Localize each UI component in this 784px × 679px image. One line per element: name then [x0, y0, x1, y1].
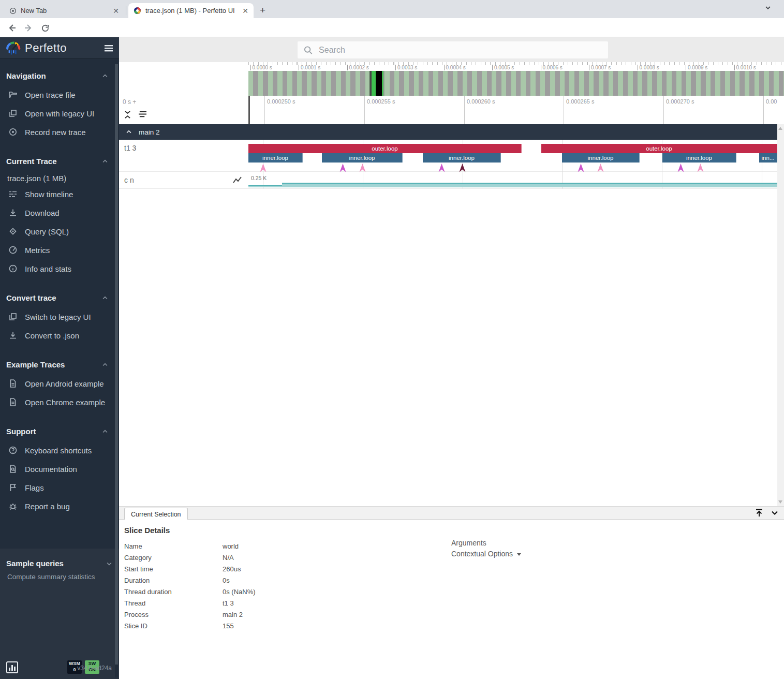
version-label: v34.0-ad24a [77, 665, 112, 672]
tab-perfetto[interactable]: trace.json (1 MB) - Perfetto UI ✕ [128, 3, 254, 18]
scroll-up-icon[interactable] [778, 127, 782, 130]
chevron-up-icon [125, 128, 132, 136]
sidebar-item-record-new-trace[interactable]: Record new trace [6, 123, 109, 141]
overview-tick-label: 0.0003 s [395, 65, 417, 70]
sidebar-item-report-a-bug[interactable]: Report a bug [6, 497, 109, 515]
sidebar-item-metrics[interactable]: Metrics [6, 241, 109, 259]
minimap-stripes[interactable] [248, 71, 784, 96]
legacy-icon [8, 312, 18, 321]
hamburger-menu-icon[interactable] [103, 43, 114, 53]
search-box[interactable] [298, 41, 608, 58]
metrics-icon [8, 245, 18, 255]
detail-key: Process [124, 611, 223, 618]
chevron-down-icon [106, 560, 113, 567]
timeline-icon [8, 189, 18, 199]
instant-event-arrow[interactable] [260, 164, 267, 172]
counter-area-segment[interactable] [248, 185, 282, 187]
section-title[interactable]: Convert trace [6, 290, 109, 307]
contextual-options-button[interactable]: Contextual Options [451, 550, 521, 558]
sample-query-item[interactable]: Compute summary statistics [6, 571, 113, 583]
minimap-viewport-marker[interactable] [372, 71, 376, 96]
instant-event-arrow[interactable] [697, 164, 704, 172]
slice-outer-loop[interactable]: outer.loop [541, 144, 777, 153]
detail-value: t1 3 [223, 599, 234, 607]
section-title[interactable]: Current Trace [6, 154, 109, 171]
sidebar-scrollbar[interactable] [115, 64, 118, 677]
sidebar-item-open-chrome-example[interactable]: Open Chrome example [6, 393, 109, 411]
sidebar-item-open-with-legacy-ui[interactable]: Open with legacy UI [6, 104, 109, 123]
slice-inner-loop[interactable]: inner.loop [662, 153, 736, 163]
section-title[interactable]: Support [6, 424, 109, 441]
new-tab-button[interactable]: + [260, 5, 265, 16]
chevron-up-icon [101, 294, 109, 302]
overview-tick-label: 0.0005 s [492, 65, 514, 70]
close-tab-icon[interactable]: ✕ [113, 7, 119, 14]
sidebar-item-documentation[interactable]: Documentation [6, 460, 109, 478]
back-button[interactable] [5, 21, 19, 35]
ruler-origin-label: 0 s + [123, 98, 136, 106]
sidebar-item-show-timeline[interactable]: Show timeline [6, 185, 109, 203]
scroll-down-icon[interactable] [778, 500, 782, 504]
instant-event-arrow[interactable] [459, 164, 466, 172]
slice-outer-loop[interactable]: outer.loop [248, 144, 522, 153]
overview-tick-label: 0.0002 s [347, 65, 369, 70]
slice-inner-loop[interactable]: inner.loop [322, 153, 403, 163]
globe-icon [9, 7, 17, 14]
section-title[interactable]: Example Traces [6, 357, 109, 374]
doc-icon [8, 397, 18, 407]
detail-value: 260us [223, 565, 241, 573]
detail-row: Duration0s [124, 574, 256, 586]
slice-inner-loop[interactable]: inner.loop [423, 153, 501, 163]
minimap-viewport-marker[interactable] [382, 71, 383, 96]
search-input[interactable] [319, 46, 602, 55]
track-sort-icon[interactable] [138, 110, 147, 118]
tab-new-tab[interactable]: New Tab ✕ [4, 3, 124, 18]
collapse-tracks-icon[interactable] [124, 110, 131, 119]
detail-row: Thread duration0s (NaN%) [124, 586, 256, 597]
sidebar-item-switch-to-legacy-ui[interactable]: Switch to legacy UI [6, 307, 109, 326]
sidebar-item-open-trace-file[interactable]: Open trace file [6, 85, 109, 104]
folder-open-icon [8, 90, 18, 99]
minimap-viewport-marker[interactable] [376, 71, 382, 96]
sidebar-item-download[interactable]: Download [6, 203, 109, 222]
detail-value: 0s (NaN%) [223, 588, 256, 596]
detail-row: Threadt1 3 [124, 597, 256, 609]
flag-icon [8, 483, 18, 492]
instant-event-arrow[interactable] [677, 164, 684, 172]
sidebar-item-flags[interactable]: Flags [6, 478, 109, 497]
instant-event-arrow[interactable] [438, 164, 445, 172]
forward-button[interactable] [22, 21, 35, 35]
instant-event-arrow[interactable] [339, 164, 346, 172]
close-tab-icon[interactable]: ✕ [242, 7, 248, 14]
instant-event-arrow[interactable] [359, 164, 366, 172]
track-canvas[interactable]: 0.25 K outer.loopouter.loopinner.loopinn… [248, 140, 777, 189]
instant-event-arrow[interactable] [578, 164, 584, 172]
sidebar-item-convert-to-json[interactable]: Convert to .json [6, 326, 109, 345]
sidebar-section: SupportKeyboard shortcutsDocumentationFl… [0, 415, 115, 519]
bug-icon [8, 501, 18, 511]
process-group-header[interactable]: main 2 [119, 124, 777, 140]
tab-search-chevron-icon[interactable] [764, 4, 772, 11]
tab-current-selection[interactable]: Current Selection [124, 508, 188, 521]
instant-event-arrow[interactable] [597, 164, 604, 172]
timeline-minimap[interactable] [119, 71, 784, 96]
info-icon [8, 264, 18, 273]
expand-panel-icon[interactable] [755, 508, 764, 518]
slice-inner-loop[interactable]: inner.loop [248, 153, 303, 163]
section-title[interactable]: Sample queries [6, 556, 113, 571]
counter-area-segment[interactable] [282, 183, 777, 187]
trace-stats-icon[interactable] [6, 660, 19, 674]
collapse-panel-chevron-icon[interactable] [770, 508, 779, 518]
reload-button[interactable] [38, 21, 52, 35]
sidebar-item-open-android-example[interactable]: Open Android example [6, 374, 109, 393]
track-scrollbar[interactable] [777, 124, 784, 506]
sidebar-item-info-and-stats[interactable]: Info and stats [6, 259, 109, 278]
section-title[interactable]: Navigation [6, 68, 109, 85]
detail-row: Start time260us [124, 563, 256, 574]
detail-key: Thread [124, 599, 223, 607]
slice-inner-loop[interactable]: inner.loop [562, 153, 640, 163]
slice-inner-loop[interactable]: inn... [759, 153, 777, 163]
sidebar-item-keyboard-shortcuts[interactable]: Keyboard shortcuts [6, 441, 109, 460]
sidebar-item-query-sql-[interactable]: Query (SQL) [6, 222, 109, 241]
arguments-label: Arguments [451, 539, 521, 547]
